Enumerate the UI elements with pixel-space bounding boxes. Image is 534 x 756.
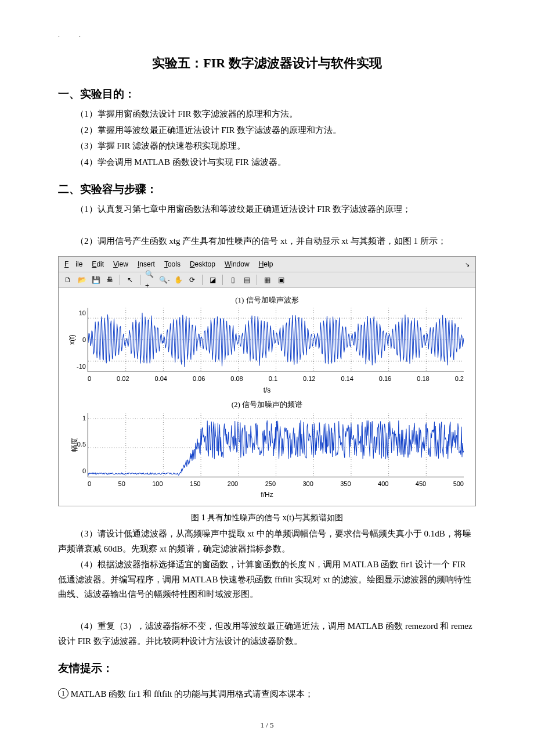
objective-item: （4）学会调用 MATLAB 函数设计与实现 FIR 滤波器。	[58, 155, 476, 170]
step-text: （2）调用信号产生函数 xtg 产生具有加性噪声的信号 xt，并自动显示 xt …	[58, 234, 476, 249]
xtick: 0.18	[417, 373, 429, 384]
ytick: 0.5	[71, 439, 86, 450]
xlabel-1: t/s	[64, 384, 470, 396]
rotate-icon[interactable]: ⟳	[186, 274, 198, 286]
xtick: 0	[88, 373, 91, 384]
save-icon[interactable]: 💾	[90, 274, 102, 286]
xtick: 0.08	[230, 373, 243, 384]
print-icon[interactable]: 🖶	[104, 274, 116, 286]
dock-icon[interactable]: ▣	[275, 274, 287, 286]
objective-item: （2）掌握用等波纹最正确逼近法设计 FIR 数字滤波器的原理和方法。	[58, 123, 476, 138]
menu-file[interactable]: File	[61, 258, 86, 271]
figure-1: File Edit View Insert Tools Desktop Wind…	[58, 256, 476, 506]
yticks-2: 1 0.5 0	[71, 413, 86, 477]
xtick: 0.1	[269, 373, 277, 384]
xtick: 0.06	[193, 373, 205, 384]
plot-area: (1) 信号加噪声波形 x(t) 10 0 -10	[59, 288, 475, 505]
header-dots: . .	[58, 29, 476, 41]
menu-desktop[interactable]: Desktop	[186, 258, 219, 271]
objective-item: （1）掌握用窗函数法设计 FIR 数字滤波器的原理和方法。	[58, 107, 476, 122]
section-3-heading: 友情提示：	[58, 659, 476, 678]
menu-tools[interactable]: Tools	[161, 258, 184, 271]
xtick: 100	[152, 478, 163, 489]
menu-window[interactable]: Window	[221, 258, 253, 271]
xtick: 500	[453, 478, 464, 489]
section-1-heading: 一、实验目的：	[58, 85, 476, 103]
pan-icon[interactable]: ✋	[172, 274, 184, 286]
legend-icon[interactable]: ▤	[241, 274, 252, 286]
doc-title: 实验五：FIR 数字滤波器设计与软件实现	[58, 52, 476, 74]
ytick: 0	[71, 334, 86, 345]
step-text: （4）重复（3），滤波器指标不变，但改用等波纹最正确逼近法，调用 MATLAB …	[58, 619, 476, 649]
pointer-icon[interactable]: ↖	[124, 274, 136, 286]
matlab-figure-window: File Edit View Insert Tools Desktop Wind…	[58, 256, 476, 506]
xtick: 50	[118, 478, 125, 489]
tip-text: MATLAB 函数 fir1 和 fftfilt 的功能与其调用格式请查阅本课本…	[71, 689, 313, 699]
open-icon[interactable]: 📂	[76, 274, 88, 286]
yticks-1: 10 0 -10	[71, 308, 86, 372]
new-icon[interactable]: 🗋	[62, 274, 74, 286]
xlabel-2: f/Hz	[64, 489, 470, 501]
objective-item: （3）掌握 FIR 滤波器的快速卷积实现原理。	[58, 139, 476, 154]
subplot-2: (2) 信号加噪声的频谱 幅度 1 0.5 0	[64, 398, 470, 501]
xtick: 250	[265, 478, 276, 489]
xtick: 450	[416, 478, 426, 489]
ytick: 10	[71, 308, 86, 319]
ytick: 1	[71, 413, 86, 424]
step-text: （3）请设计低通滤波器，从高频噪声中提取 xt 中的单频调幅信号，要求信号幅频失…	[58, 527, 476, 556]
zoom-in-icon[interactable]: 🔍+	[145, 274, 156, 286]
zoom-out-icon[interactable]: 🔍-	[158, 274, 170, 286]
separator	[202, 275, 203, 285]
circled-number-icon: 1	[58, 688, 68, 699]
xtick: 200	[228, 478, 238, 489]
page-number: 1 / 5	[58, 719, 476, 732]
spectrum-1	[88, 413, 464, 477]
step-text: （4）根据滤波器指标选择适宜的窗函数，计算窗函数的长度 N，调用 MATLAB …	[58, 557, 476, 602]
colorbar-icon[interactable]: ▯	[227, 274, 239, 286]
datatip-icon[interactable]: ◪	[207, 274, 218, 286]
menubar: File Edit View Insert Tools Desktop Wind…	[59, 257, 475, 272]
axes-2[interactable]: 幅度 1 0.5 0	[88, 413, 464, 477]
section-2-heading: 二、实验容与步骤：	[58, 180, 476, 199]
separator	[257, 275, 257, 285]
subplot-1: (1) 信号加噪声波形 x(t) 10 0 -10	[64, 294, 470, 396]
xtick: 0.16	[379, 373, 391, 384]
figure-1-caption: 图 1 具有加性噪声的信号 x(t)与其频谱如图	[58, 511, 476, 525]
ytick: -10	[71, 361, 86, 372]
objectives-list: （1）掌握用窗函数法设计 FIR 数字滤波器的原理和方法。 （2）掌握用等波纹最…	[58, 107, 476, 170]
ytick: 0	[71, 466, 86, 477]
xtick: 350	[340, 478, 351, 489]
xtick: 300	[302, 478, 313, 489]
separator	[222, 275, 223, 285]
subplot-2-title: (2) 信号加噪声的频谱	[64, 398, 470, 411]
toolbar: 🗋 📂 💾 🖶 ↖ 🔍+ 🔍- ✋ ⟳ ◪ ▯ ▤ ▦ ▣	[59, 272, 475, 288]
tip-item: 1 MATLAB 函数 fir1 和 fftfilt 的功能与其调用格式请查阅本…	[58, 687, 476, 702]
xtick: 0.14	[341, 373, 353, 384]
waveform-1	[88, 308, 464, 372]
page: . . 实验五：FIR 数字滤波器设计与软件实现 一、实验目的： （1）掌握用窗…	[29, 0, 505, 743]
xticks-1: 0 0.02 0.04 0.06 0.08 0.1 0.12 0.14 0.16…	[88, 373, 464, 384]
xtick: 0	[88, 478, 91, 489]
menu-view[interactable]: View	[110, 258, 132, 271]
xtick: 400	[378, 478, 388, 489]
xtick: 0.12	[303, 373, 315, 384]
axes-1[interactable]: x(t) 10 0 -10	[88, 308, 464, 372]
xtick: 0.04	[155, 373, 167, 384]
menu-edit[interactable]: Edit	[88, 258, 107, 271]
menu-help[interactable]: Help	[255, 258, 277, 271]
separator	[140, 275, 140, 285]
xtick: 0.02	[117, 373, 129, 384]
menu-restore-icon[interactable]: ↘	[461, 259, 473, 270]
separator	[120, 275, 120, 285]
xtick: 150	[190, 478, 200, 489]
hide-icon[interactable]: ▦	[261, 274, 273, 286]
subplot-1-title: (1) 信号加噪声波形	[64, 294, 470, 307]
xticks-2: 0 50 100 150 200 250 300 350 400 450 500	[88, 478, 464, 489]
xtick: 0.2	[455, 373, 464, 384]
step-text: （1）认真复习第七章中用窗函数法和等波纹最正确逼近法设计 FIR 数字滤波器的原…	[58, 202, 476, 217]
